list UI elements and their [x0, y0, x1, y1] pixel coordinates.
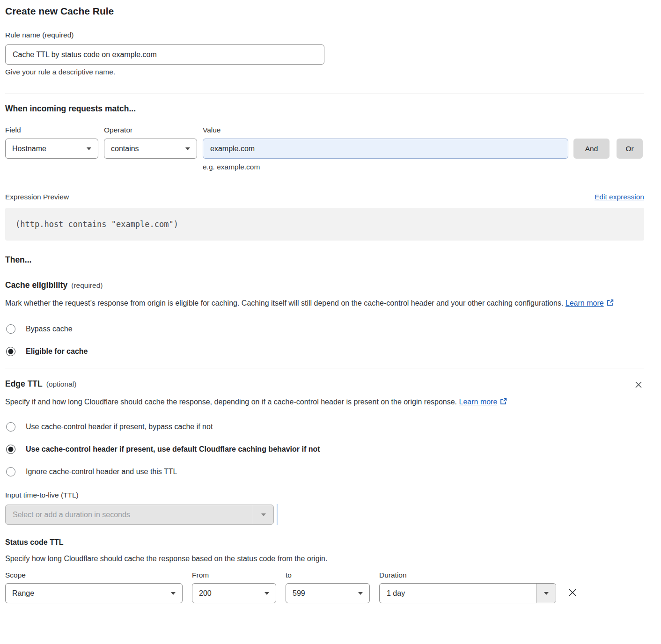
edge-ttl-description-text: Specify if and how long Cloudflare shoul…	[5, 398, 457, 406]
status-code-ttl-heading: Status code TTL	[5, 538, 644, 547]
or-button[interactable]: Or	[617, 139, 643, 159]
chevron-down-icon	[536, 584, 556, 603]
chevron-down-icon	[87, 147, 91, 150]
scope-select[interactable]: Range	[5, 583, 183, 603]
radio-use-header-bypass[interactable]: Use cache-control header if present, byp…	[5, 422, 644, 432]
operator-select-value: contains	[111, 145, 139, 153]
page-title: Create new Cache Rule	[5, 6, 644, 17]
duration-select[interactable]: 1 day	[379, 583, 556, 603]
radio-label: Use cache-control header if present, byp…	[26, 423, 213, 431]
divider-top	[5, 94, 644, 94]
text-cursor	[277, 504, 278, 525]
edge-ttl-optional-note: (optional)	[46, 380, 77, 388]
radio-label: Bypass cache	[26, 325, 73, 333]
operator-select[interactable]: contains	[104, 139, 197, 159]
edge-ttl-description: Specify if and how long Cloudflare shoul…	[5, 395, 522, 410]
radio-label: Eligible for cache	[26, 347, 88, 356]
radio-use-header-default[interactable]: Use cache-control header if present, use…	[5, 445, 644, 454]
scope-label: Scope	[5, 571, 192, 579]
edge-ttl-heading: Edge TTL(optional)	[5, 379, 76, 389]
external-link-icon	[606, 298, 614, 311]
external-link-icon	[499, 396, 507, 410]
then-heading: Then...	[5, 255, 644, 265]
duration-select-value: 1 day	[380, 584, 536, 603]
cache-eligibility-required-note: (required)	[71, 281, 103, 289]
ttl-duration-select[interactable]: Select or add a duration in seconds	[5, 505, 274, 525]
from-label: From	[192, 571, 286, 579]
ttl-duration-placeholder: Select or add a duration in seconds	[6, 505, 253, 524]
edge-ttl-title: Edge TTL	[5, 379, 43, 388]
divider-middle	[5, 368, 644, 368]
status-code-ttl-description: Specify how long Cloudflare should cache…	[5, 552, 644, 565]
field-select[interactable]: Hostname	[5, 139, 98, 159]
to-label: to	[286, 571, 379, 579]
radio-label: Use cache-control header if present, use…	[26, 445, 320, 454]
duration-label: Duration	[379, 571, 407, 579]
value-input[interactable]	[203, 139, 568, 159]
and-button[interactable]: And	[573, 139, 610, 159]
cache-eligibility-heading: Cache eligibility(required)	[5, 280, 644, 290]
match-heading: When incoming requests match...	[5, 104, 644, 114]
field-label: Field	[5, 126, 104, 134]
radio-circle-icon	[6, 445, 15, 454]
expression-preview-label: Expression Preview	[5, 193, 69, 201]
ttl-input-label: Input time-to-live (TTL)	[5, 491, 644, 499]
expression-code: (http.host contains "example.com")	[15, 220, 178, 229]
radio-bypass-cache[interactable]: Bypass cache	[5, 324, 644, 334]
remove-row-icon[interactable]	[566, 586, 579, 600]
to-select[interactable]: 599	[286, 583, 370, 603]
rule-name-label: Rule name (required)	[5, 31, 644, 39]
close-icon[interactable]	[633, 379, 644, 392]
scope-select-value: Range	[12, 589, 34, 598]
radio-ignore-header[interactable]: Ignore cache-control header and use this…	[5, 467, 644, 476]
edge-ttl-learn-more-link[interactable]: Learn more	[459, 398, 498, 406]
radio-circle-icon	[6, 422, 15, 432]
rule-name-help: Give your rule a descriptive name.	[5, 68, 644, 76]
value-help: e.g. example.com	[203, 163, 644, 171]
chevron-down-icon	[185, 147, 190, 150]
field-select-value: Hostname	[12, 145, 46, 153]
radio-circle-icon	[6, 324, 15, 334]
cache-eligibility-title: Cache eligibility	[5, 280, 67, 290]
radio-circle-icon	[6, 347, 15, 356]
chevron-down-icon	[264, 592, 269, 595]
chevron-down-icon	[171, 592, 176, 595]
cache-eligibility-description-text: Mark whether the request’s response from…	[5, 299, 563, 307]
edit-expression-link[interactable]: Edit expression	[595, 193, 644, 201]
cache-eligibility-learn-more-link[interactable]: Learn more	[566, 299, 604, 307]
operator-label: Operator	[104, 126, 203, 134]
from-select-value: 200	[199, 589, 212, 598]
value-label: Value	[203, 126, 221, 134]
radio-label: Ignore cache-control header and use this…	[26, 468, 177, 476]
from-select[interactable]: 200	[192, 583, 276, 603]
to-select-value: 599	[293, 589, 305, 598]
chevron-down-icon	[358, 592, 363, 595]
expression-code-box: (http.host contains "example.com")	[5, 208, 644, 241]
radio-circle-icon	[6, 467, 15, 476]
radio-eligible-for-cache[interactable]: Eligible for cache	[5, 347, 644, 356]
chevron-down-icon	[253, 505, 273, 524]
rule-name-input[interactable]	[5, 44, 324, 65]
cache-eligibility-description: Mark whether the request’s response from…	[5, 297, 635, 311]
